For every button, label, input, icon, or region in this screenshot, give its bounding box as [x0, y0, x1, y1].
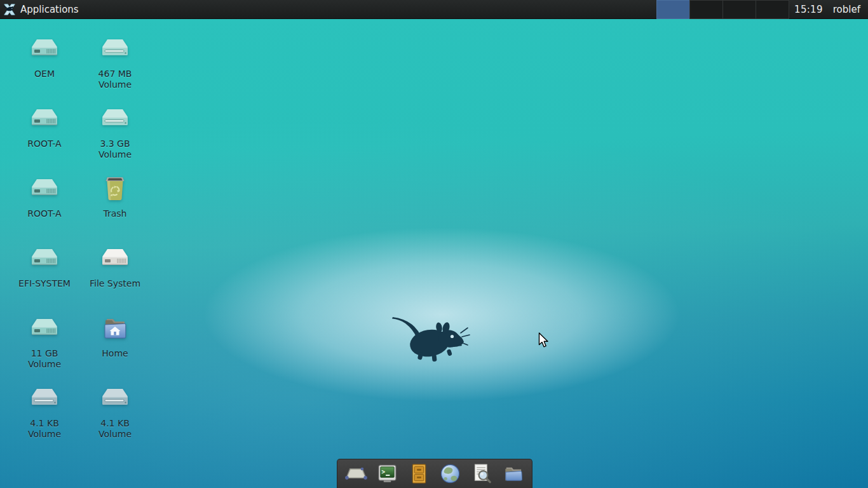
top-panel: Applications 15:19 roblef — [0, 0, 868, 19]
workspace-button-1[interactable] — [656, 0, 690, 19]
trash-icon — [100, 173, 130, 203]
hard-drive-icon — [29, 33, 60, 64]
desktop-icon-oem[interactable]: OEM — [10, 33, 79, 103]
applications-menu-button[interactable]: Applications — [0, 0, 84, 19]
web-browser-icon — [439, 463, 461, 485]
home-folder-icon — [100, 313, 130, 343]
file-cabinet-button[interactable] — [407, 462, 431, 486]
desktop-icon-efi-system[interactable]: EFI-SYSTEM — [10, 243, 79, 313]
desktop-icon-label: 4.1 KB Volume — [98, 418, 132, 439]
web-browser-button[interactable] — [438, 462, 463, 486]
removable-drive-icon — [100, 383, 130, 413]
desktop-icon-label: 4.1 KB Volume — [28, 418, 61, 439]
desktop-icon-label: Home — [102, 348, 128, 359]
file-manager-button[interactable] — [501, 462, 526, 486]
application-finder-button[interactable] — [470, 462, 494, 486]
desktop-icon-label: 467 MB Volume — [98, 69, 132, 90]
desktop-icon-4-1kb-volume-2[interactable]: 4.1 KB Volume — [80, 383, 150, 452]
desktop-icon-label: ROOT-A — [27, 208, 61, 219]
removable-drive-icon — [100, 33, 130, 64]
workspace-button-2[interactable] — [689, 0, 723, 19]
show-desktop-icon — [345, 463, 367, 485]
workspace-switcher — [657, 0, 789, 19]
applications-menu-label: Applications — [20, 4, 79, 15]
hard-drive-icon — [100, 243, 130, 273]
desktop-icon-root-a-2[interactable]: ROOT-A — [10, 173, 79, 243]
desktop-icons-grid: OEM 467 MB Volume ROOT-A 3.3 GB Volume R… — [10, 33, 150, 452]
desktop-icon-label: 11 GB Volume — [28, 348, 61, 369]
hard-drive-icon — [29, 243, 60, 273]
desktop-icon-label: OEM — [34, 69, 55, 79]
hard-drive-icon — [29, 103, 60, 133]
desktop-icon-home[interactable]: Home — [80, 313, 150, 383]
desktop-icon-467mb-volume[interactable]: 467 MB Volume — [80, 33, 150, 103]
desktop-icon-11gb-volume[interactable]: 11 GB Volume — [10, 313, 79, 383]
desktop-icon-label: ROOT-A — [27, 139, 61, 149]
session-user-button[interactable]: roblef — [833, 4, 860, 15]
desktop-icon-4-1kb-volume-1[interactable]: 4.1 KB Volume — [10, 383, 79, 452]
desktop-icon-label: File System — [90, 278, 140, 289]
search-icon — [471, 463, 493, 485]
desktop-icon-file-system[interactable]: File System — [80, 243, 150, 313]
xfce-mouse-logo — [389, 311, 473, 366]
panel-clock: 15:19 — [794, 4, 823, 15]
file-cabinet-icon — [408, 463, 430, 485]
removable-drive-icon — [29, 383, 60, 413]
desktop-icon-label: Trash — [104, 208, 127, 219]
file-manager-icon — [502, 463, 524, 485]
xfce-logo-icon — [3, 3, 17, 17]
xfce-desktop-screen: Applications 15:19 roblef OEM 467 MB Vol… — [0, 0, 868, 488]
hard-drive-icon — [29, 173, 60, 203]
workspace-button-3[interactable] — [722, 0, 756, 19]
desktop-icon-root-a-1[interactable]: ROOT-A — [10, 103, 79, 173]
hard-drive-icon — [29, 313, 60, 343]
terminal-button[interactable] — [376, 462, 400, 486]
desktop-icon-trash[interactable]: Trash — [80, 173, 150, 243]
workspace-button-4[interactable] — [756, 0, 789, 19]
desktop-icon-3-3gb-volume[interactable]: 3.3 GB Volume — [80, 103, 150, 173]
show-desktop-button[interactable] — [344, 462, 368, 486]
terminal-icon — [376, 463, 398, 485]
bottom-dock — [337, 459, 532, 488]
desktop-icon-label: 3.3 GB Volume — [98, 139, 132, 159]
desktop-icon-label: EFI-SYSTEM — [18, 278, 71, 289]
removable-drive-icon — [100, 103, 130, 133]
